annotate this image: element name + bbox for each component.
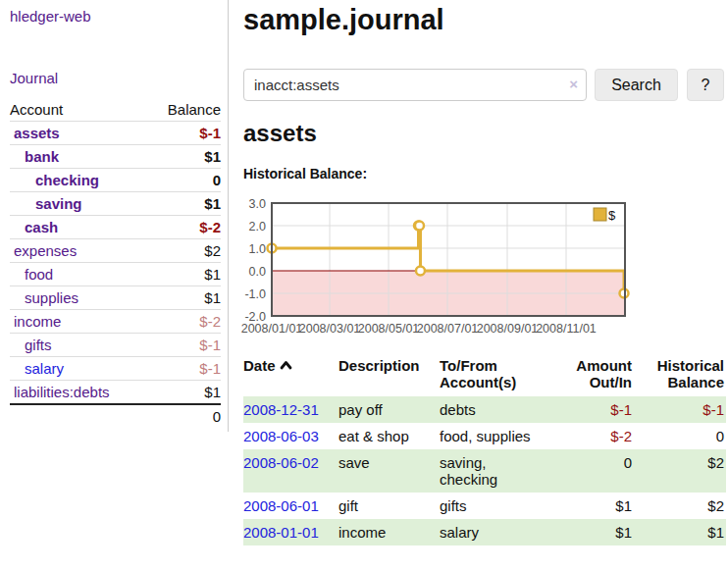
accounts-total-row: 0 xyxy=(10,404,221,428)
register-amount: 0 xyxy=(543,449,642,493)
register-amount: $-1 xyxy=(543,396,642,423)
register-header-date[interactable]: Date xyxy=(243,355,338,396)
sidebar: hledger-web Journal Account Balance asse… xyxy=(0,0,229,432)
register-table: Date Description To/From Account(s) Amou… xyxy=(243,355,726,545)
register-description: eat & shop xyxy=(338,423,440,449)
date-link[interactable]: 2008-06-01 xyxy=(243,497,319,514)
svg-text:2008/01/01: 2008/01/01 xyxy=(241,322,303,336)
page-title: sample.journal xyxy=(243,4,444,36)
account-link[interactable]: checking xyxy=(35,172,99,188)
account-row: cash$-2 xyxy=(10,216,221,239)
svg-text:2008/05/01: 2008/05/01 xyxy=(358,322,420,336)
accounts-header-account: Account xyxy=(10,98,147,122)
date-header-label: Date xyxy=(243,357,276,374)
search-button[interactable]: Search xyxy=(595,69,678,101)
account-balance: $-2 xyxy=(147,310,221,334)
accounts-header-balance: Balance xyxy=(147,98,221,122)
account-link[interactable]: income xyxy=(14,313,61,330)
account-row: liabilities:debts$1 xyxy=(10,381,221,405)
account-row: food$1 xyxy=(10,263,221,286)
account-balance: $1 xyxy=(147,145,221,169)
account-link[interactable]: saving xyxy=(35,195,82,212)
svg-text:2008/11/01: 2008/11/01 xyxy=(536,322,597,336)
sidebar-item-journal[interactable]: Journal xyxy=(10,70,58,86)
sort-up-icon xyxy=(280,360,292,370)
register-balance: $1 xyxy=(642,519,726,545)
svg-text:2008/09/01: 2008/09/01 xyxy=(477,322,539,336)
svg-text:1.0: 1.0 xyxy=(249,242,266,256)
account-row: checking0 xyxy=(10,169,221,192)
account-row: income$-2 xyxy=(10,310,221,334)
register-header-balance: Historical Balance xyxy=(642,355,726,396)
svg-text:2008/03/01: 2008/03/01 xyxy=(299,322,361,336)
register-balance: $-1 xyxy=(642,396,726,423)
account-row: gifts$-1 xyxy=(10,334,221,357)
account-link[interactable]: expenses xyxy=(14,242,77,259)
accounts-total-value: 0 xyxy=(147,404,221,428)
register-accounts: saving, checking xyxy=(440,449,543,493)
register-balance: $2 xyxy=(642,493,726,519)
register-row: 2008-06-03eat & shopfood, supplies$-20 xyxy=(243,423,726,449)
account-link[interactable]: food xyxy=(25,266,53,283)
account-row: expenses$2 xyxy=(10,239,221,263)
register-row: 2008-12-31pay offdebts$-1$-1 xyxy=(243,396,726,423)
account-row: saving$1 xyxy=(10,192,221,216)
clear-search-icon[interactable]: × xyxy=(569,76,578,93)
account-link[interactable]: supplies xyxy=(25,289,78,306)
date-link[interactable]: 2008-12-31 xyxy=(243,401,319,418)
account-balance: $-2 xyxy=(147,216,221,239)
historical-balance-chart: 3.02.01.00.0-1.0-2.02008/01/012008/03/01… xyxy=(237,199,728,341)
account-balance: $-1 xyxy=(147,122,221,145)
account-link[interactable]: gifts xyxy=(25,337,52,353)
date-link[interactable]: 2008-06-03 xyxy=(243,428,319,444)
account-link[interactable]: cash xyxy=(25,219,58,235)
account-balance: $1 xyxy=(147,381,221,405)
account-title: assets xyxy=(243,120,317,147)
register-accounts: gifts xyxy=(440,493,543,519)
chart-title: Historical Balance: xyxy=(243,166,367,182)
account-balance: $1 xyxy=(147,286,221,310)
brand-link[interactable]: hledger-web xyxy=(10,8,91,25)
register-accounts: food, supplies xyxy=(440,423,543,449)
svg-text:-1.0: -1.0 xyxy=(244,287,266,301)
register-balance: 0 xyxy=(642,423,726,449)
register-accounts: salary xyxy=(440,519,543,545)
register-balance: $2 xyxy=(642,449,726,493)
account-row: salary$-1 xyxy=(10,357,221,381)
account-link[interactable]: assets xyxy=(14,125,60,141)
register-header-description: Description xyxy=(338,355,440,396)
accounts-header-row: Account Balance xyxy=(10,98,221,122)
register-header-accounts: To/From Account(s) xyxy=(440,355,543,396)
account-link[interactable]: bank xyxy=(25,148,59,165)
register-description: pay off xyxy=(338,396,440,423)
account-balance: $-1 xyxy=(147,334,221,357)
register-description: gift xyxy=(338,493,440,519)
date-link[interactable]: 2008-01-01 xyxy=(243,524,319,541)
account-balance: $2 xyxy=(147,239,221,263)
register-header-amount: Amount Out/In xyxy=(543,355,642,396)
svg-text:0.0: 0.0 xyxy=(249,265,266,279)
account-balance: $1 xyxy=(147,263,221,286)
register-description: save xyxy=(338,449,440,493)
svg-text:2.0: 2.0 xyxy=(249,220,266,234)
search-input[interactable] xyxy=(243,69,587,101)
register-amount: $1 xyxy=(543,519,642,545)
account-row: assets$-1 xyxy=(10,122,221,145)
help-button[interactable]: ? xyxy=(687,69,724,101)
svg-text:2008/07/01: 2008/07/01 xyxy=(417,322,479,336)
account-balance: 0 xyxy=(147,169,221,192)
register-accounts: debts xyxy=(440,396,543,423)
account-balance: $1 xyxy=(147,192,221,216)
account-link[interactable]: liabilities:debts xyxy=(14,384,110,400)
svg-text:$: $ xyxy=(608,208,616,223)
date-link[interactable]: 2008-06-02 xyxy=(243,454,319,471)
svg-text:3.0: 3.0 xyxy=(249,199,266,211)
register-amount: $-2 xyxy=(543,423,642,449)
account-row: bank$1 xyxy=(10,145,221,169)
search-box: × xyxy=(243,69,587,101)
register-header-row: Date Description To/From Account(s) Amou… xyxy=(243,355,726,396)
account-link[interactable]: salary xyxy=(25,360,64,377)
register-row: 2008-06-02savesaving, checking0$2 xyxy=(243,449,726,493)
account-row: supplies$1 xyxy=(10,286,221,310)
register-row: 2008-01-01incomesalary$1$1 xyxy=(243,519,726,545)
